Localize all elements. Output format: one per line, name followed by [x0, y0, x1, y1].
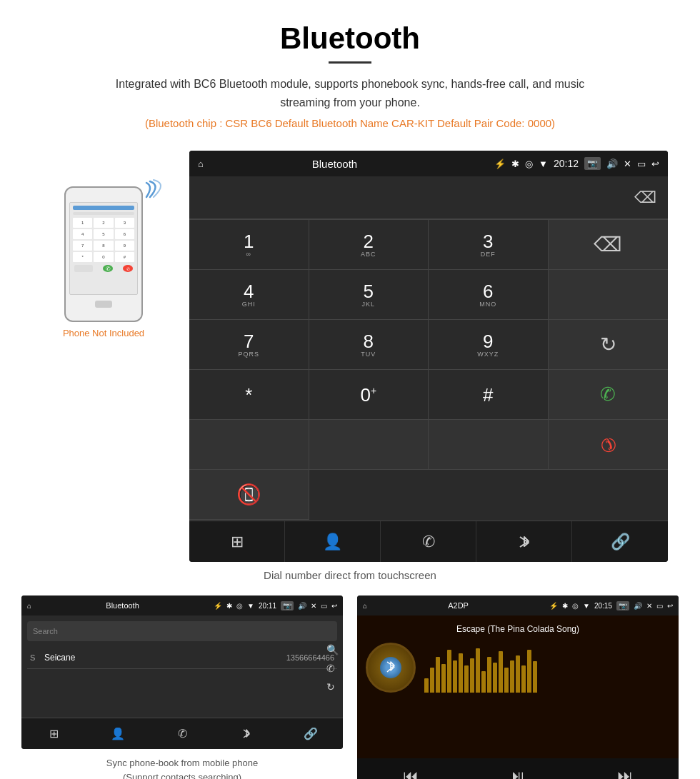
music-prev-button[interactable]: ⏮ — [357, 758, 464, 779]
page-title: Bluetooth — [14, 21, 686, 56]
page-description: Integrated with BC6 Bluetooth module, su… — [100, 75, 600, 111]
dial-key-hash[interactable]: # — [429, 370, 549, 420]
dial-bottom-nav: ⊞ 👤 ✆ 🔗 — [189, 521, 668, 562]
dial-key-empty-2 — [549, 270, 669, 320]
dial-key-7[interactable]: 7 PQRS — [189, 320, 309, 370]
nav-dialpad-icon[interactable]: ⊞ — [189, 521, 285, 562]
music-content: Escape (The Pina Colada Song) — [357, 615, 679, 758]
pb-bt-icon: ✱ — [226, 602, 232, 610]
music-time: 20:15 — [594, 602, 612, 610]
viz-bar — [453, 660, 457, 693]
pb-nav-contacts[interactable]: 👤 — [86, 718, 150, 749]
music-controls: ⏮ ⏯ ⏭ — [357, 758, 679, 779]
dial-key-call[interactable]: ✆ — [549, 370, 669, 420]
dial-display: ⌫ — [189, 176, 668, 219]
dial-key-1[interactable]: 1 ∞ — [189, 220, 309, 270]
viz-bar — [430, 668, 434, 693]
dial-wifi-icon: ▼ — [539, 159, 548, 169]
album-art — [366, 643, 416, 693]
viz-bar — [504, 668, 509, 693]
nav-link-icon[interactable]: 🔗 — [572, 521, 668, 562]
viz-bar — [464, 665, 469, 693]
dial-key-0[interactable]: 0+ — [309, 370, 429, 420]
pb-nav-link[interactable]: 🔗 — [279, 718, 343, 749]
title-underline — [329, 61, 371, 64]
pb-title: Bluetooth — [36, 601, 209, 610]
music-back-icon: ↩ — [667, 602, 673, 610]
pb-cam-icon: 📷 — [281, 601, 294, 610]
dial-screen-title: Bluetooth — [209, 158, 460, 170]
dial-time: 20:12 — [554, 158, 579, 169]
viz-bar — [441, 664, 446, 693]
dial-key-reload[interactable]: ↻ — [549, 320, 669, 370]
nav-phone-icon[interactable]: ✆ — [381, 521, 476, 562]
dial-key-backspace-cell[interactable]: ⌫ — [549, 220, 669, 270]
dial-key-hangup[interactable]: ✆ — [549, 420, 669, 470]
pb-nav-bt[interactable] — [214, 718, 279, 749]
pb-nav-dialpad[interactable]: ⊞ — [21, 718, 86, 749]
music-play-pause-button[interactable]: ⏯ — [464, 758, 571, 779]
contact-name: Seicane — [44, 653, 281, 663]
music-player — [366, 643, 670, 693]
phonebook-item: ⌂ Bluetooth ⚡ ✱ ◎ ▼ 20:11 📷 🔊 ✕ ▭ ↩ Sear… — [21, 595, 343, 779]
pb-side-phone-icon[interactable]: ✆ — [326, 663, 339, 674]
viz-bar — [533, 661, 537, 693]
dial-key-3[interactable]: 3 DEF — [429, 220, 549, 270]
dial-key-2[interactable]: 2 ABC — [309, 220, 429, 270]
music-cam-icon: 📷 — [616, 601, 629, 610]
nav-contacts-icon[interactable]: 👤 — [285, 521, 381, 562]
viz-bar — [499, 651, 503, 693]
dial-key-4[interactable]: 4 GHI — [189, 270, 309, 320]
dial-key-star[interactable]: * — [189, 370, 309, 420]
dial-usb-icon: ⚡ — [494, 159, 506, 169]
viz-bar — [447, 650, 451, 693]
dial-window-icon: ▭ — [637, 159, 646, 169]
music-win-icon: ▭ — [656, 602, 663, 610]
music-usb-icon: ⚡ — [549, 602, 558, 610]
hangup-icon: 📵 — [236, 483, 261, 506]
dial-fill-0 — [189, 420, 309, 470]
music-song-title: Escape (The Pina Colada Song) — [366, 624, 670, 634]
music-x-icon: ✕ — [646, 602, 652, 610]
phonebook-status-bar: ⌂ Bluetooth ⚡ ✱ ◎ ▼ 20:11 📷 🔊 ✕ ▭ ↩ — [21, 595, 343, 615]
dial-key-6[interactable]: 6 MNO — [429, 270, 549, 320]
viz-bar — [521, 665, 526, 693]
dial-status-bar: ⌂ Bluetooth ⚡ ✱ ◎ ▼ 20:12 📷 🔊 ✕ ▭ ↩ — [189, 151, 668, 176]
pb-side-reload-icon[interactable]: ↻ — [326, 681, 339, 693]
music-vol-icon: 🔊 — [634, 602, 642, 610]
pb-home-icon: ⌂ — [27, 602, 31, 610]
pb-win-icon: ▭ — [321, 602, 327, 610]
nav-bluetooth-icon[interactable] — [476, 521, 572, 562]
dial-camera-icon: 📷 — [584, 157, 601, 170]
contact-letter: S — [30, 653, 39, 662]
music-bt-icon: ✱ — [562, 602, 568, 610]
music-status-bar: ⌂ A2DP ⚡ ✱ ◎ ▼ 20:15 📷 🔊 ✕ ▭ ↩ — [357, 595, 679, 615]
pb-nav-phone[interactable]: ✆ — [150, 718, 214, 749]
viz-bar — [516, 655, 520, 693]
call-icon: ✆ — [600, 383, 616, 406]
phonebook-side-buttons: 🔍 ✆ ↻ — [326, 644, 339, 693]
music-screen: ⌂ A2DP ⚡ ✱ ◎ ▼ 20:15 📷 🔊 ✕ ▭ ↩ Escape (T… — [357, 595, 679, 779]
dial-key-8[interactable]: 8 TUV — [309, 320, 429, 370]
dial-backspace-button[interactable]: ⌫ — [634, 189, 656, 207]
dial-key-5[interactable]: 5 JKL — [309, 270, 429, 320]
pb-x-icon: ✕ — [311, 602, 316, 610]
music-next-button[interactable]: ⏭ — [571, 758, 679, 779]
music-title-bar: A2DP — [371, 601, 545, 610]
phone-illustration-container: 123 456 789 *0# ✆ ✆ Phone Not I — [32, 151, 175, 338]
pb-time: 20:11 — [259, 602, 276, 610]
dial-key-hangup[interactable]: 📵 — [189, 470, 309, 520]
pb-side-search-icon[interactable]: 🔍 — [326, 644, 339, 655]
phonebook-content: Search S Seicane 13566664466 🔍 ✆ ↻ — [21, 615, 343, 718]
dial-key-9[interactable]: 9 WXYZ — [429, 320, 549, 370]
viz-bar — [510, 660, 514, 693]
search-placeholder: Search — [33, 627, 58, 635]
contact-row: S Seicane 13566664466 — [27, 647, 337, 669]
dial-close-icon: ✕ — [624, 159, 631, 169]
phonebook-search-bar[interactable]: Search — [27, 621, 337, 641]
phone-screen: 123 456 789 *0# ✆ ✆ — [69, 202, 138, 295]
phone-not-included-label: Phone Not Included — [63, 328, 144, 338]
phonebook-screen: ⌂ Bluetooth ⚡ ✱ ◎ ▼ 20:11 📷 🔊 ✕ ▭ ↩ Sear… — [21, 595, 343, 749]
dial-keypad: 1 ∞ 2 ABC 3 DEF ⌫ 4 GHI 5 JKL — [189, 219, 668, 520]
music-home-icon: ⌂ — [363, 602, 367, 610]
